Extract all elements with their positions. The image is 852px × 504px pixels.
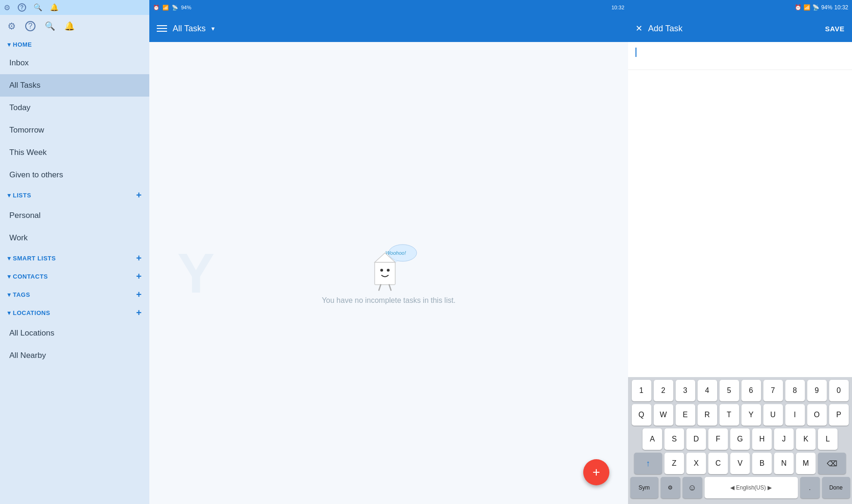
key-b[interactable]: B — [752, 453, 772, 474]
key-3[interactable]: 3 — [676, 380, 695, 401]
add-location-button[interactable]: + — [136, 308, 142, 318]
key-n[interactable]: N — [774, 453, 794, 474]
key-i[interactable]: I — [785, 404, 805, 426]
locations-section-label[interactable]: ▾ LOCATIONS — [7, 309, 50, 316]
gear-icon-sidebar[interactable]: ⚙ — [7, 21, 16, 32]
backspace-key[interactable]: ⌫ — [818, 453, 846, 474]
hamburger-menu-button[interactable] — [157, 25, 167, 32]
given-to-others-label: Given to others — [9, 170, 63, 179]
key-p[interactable]: P — [829, 404, 849, 426]
middle-content-wrapper: Y Woohoo! — [149, 42, 628, 504]
sidebar-item-today[interactable]: Today — [0, 97, 149, 119]
key-s[interactable]: S — [664, 428, 684, 450]
key-u[interactable]: U — [763, 404, 783, 426]
smart-lists-label[interactable]: ▾ SMART LISTS — [7, 255, 56, 262]
sidebar-status-bar: ⚙ ? 🔍 🔔 — [0, 0, 149, 15]
key-9[interactable]: 9 — [807, 380, 827, 401]
chevron-down-icon-tags: ▾ — [7, 291, 11, 298]
key-5[interactable]: 5 — [719, 380, 739, 401]
gear-icon[interactable]: ⚙ — [4, 3, 10, 12]
key-4[interactable]: 4 — [698, 380, 717, 401]
emoji-key[interactable]: ☺ — [683, 477, 702, 498]
sidebar-item-work[interactable]: Work — [0, 227, 149, 249]
key-g[interactable]: G — [730, 428, 750, 450]
empty-state: Woohoo! You have no in — [149, 42, 628, 504]
chevron-down-header[interactable]: ▾ — [211, 25, 215, 32]
search-icon[interactable]: 🔍 — [34, 3, 42, 12]
help-icon-sidebar[interactable]: ? — [25, 21, 35, 31]
key-1[interactable]: 1 — [632, 380, 651, 401]
sidebar-item-inbox[interactable]: Inbox — [0, 52, 149, 74]
search-icon-sidebar[interactable]: 🔍 — [45, 21, 55, 31]
key-k[interactable]: K — [796, 428, 816, 450]
task-input-area[interactable] — [628, 42, 852, 70]
key-y[interactable]: Y — [741, 404, 761, 426]
mid-status-icons-left: ⏰ 📶 📡 94% — [153, 5, 191, 11]
key-m[interactable]: M — [796, 453, 816, 474]
key-c[interactable]: C — [708, 453, 728, 474]
lists-section-label[interactable]: ▾ LISTS — [7, 192, 31, 199]
key-z[interactable]: Z — [664, 453, 684, 474]
middle-panel: All Tasks ▾ Y Woohoo! — [149, 15, 628, 504]
shift-key[interactable]: ↑ — [634, 453, 662, 474]
key-r[interactable]: R — [698, 404, 717, 426]
key-w[interactable]: W — [654, 404, 673, 426]
add-task-fab-button[interactable]: + — [583, 459, 609, 485]
sidebar-item-this-week[interactable]: This Week — [0, 141, 149, 164]
period-key[interactable]: . — [800, 477, 820, 498]
help-icon[interactable]: ? — [18, 3, 26, 12]
key-x[interactable]: X — [686, 453, 706, 474]
key-v[interactable]: V — [730, 453, 750, 474]
settings-key[interactable]: ⚙ — [661, 477, 680, 498]
tags-text: TAGS — [13, 291, 30, 298]
middle-header: All Tasks ▾ — [149, 15, 628, 42]
key-a[interactable]: A — [642, 428, 662, 450]
add-contact-button[interactable]: + — [136, 271, 142, 282]
sym-key[interactable]: Sym — [630, 477, 658, 498]
key-j[interactable]: J — [774, 428, 794, 450]
svg-text:Woohoo!: Woohoo! — [385, 250, 406, 256]
key-l[interactable]: L — [818, 428, 838, 450]
key-6[interactable]: 6 — [741, 380, 761, 401]
sidebar-item-all-nearby[interactable]: All Nearby — [0, 344, 149, 367]
sidebar-item-personal[interactable]: Personal — [0, 204, 149, 227]
time-display: 10:32 — [611, 5, 624, 10]
save-button[interactable]: SAVE — [825, 25, 845, 33]
status-icon-alarm: ⏰ — [153, 5, 160, 11]
chevron-down-icon-lists: ▾ — [7, 192, 11, 199]
bell-icon-sidebar[interactable]: 🔔 — [64, 21, 75, 31]
middle-header-title: All Tasks — [173, 24, 206, 34]
key-8[interactable]: 8 — [785, 380, 805, 401]
add-tag-button[interactable]: + — [136, 289, 142, 300]
key-o[interactable]: O — [807, 404, 827, 426]
chevron-down-icon-locations: ▾ — [7, 309, 11, 316]
key-d[interactable]: D — [686, 428, 706, 450]
status-icon-wifi: 📶 — [162, 5, 169, 11]
status-icon-signal: 📡 — [172, 5, 178, 11]
key-e[interactable]: E — [676, 404, 695, 426]
sidebar-item-given-to-others[interactable]: Given to others — [0, 164, 149, 186]
contacts-section-label[interactable]: ▾ CONTACTS — [7, 273, 48, 280]
sidebar-item-tomorrow[interactable]: Tomorrow — [0, 119, 149, 141]
svg-point-6 — [387, 269, 390, 272]
sidebar-item-all-locations[interactable]: All Locations — [0, 322, 149, 344]
key-2[interactable]: 2 — [654, 380, 673, 401]
home-section-label[interactable]: ▾ HOME — [7, 41, 32, 48]
close-icon[interactable]: ✕ — [636, 23, 642, 34]
key-7[interactable]: 7 — [763, 380, 783, 401]
key-q[interactable]: Q — [632, 404, 651, 426]
watermark-letter: Y — [177, 241, 215, 305]
all-tasks-label: All Tasks — [9, 81, 41, 90]
done-key[interactable]: Done — [822, 477, 850, 498]
lang-key[interactable]: ◀ English(US) ▶ — [705, 477, 798, 498]
key-t[interactable]: T — [719, 404, 739, 426]
sidebar-item-all-tasks[interactable]: All Tasks — [0, 74, 149, 97]
key-0[interactable]: 0 — [829, 380, 849, 401]
bell-icon[interactable]: 🔔 — [50, 3, 59, 12]
add-smart-list-button[interactable]: + — [136, 253, 142, 264]
inbox-label: Inbox — [9, 58, 29, 67]
key-f[interactable]: F — [708, 428, 728, 450]
add-list-button[interactable]: + — [136, 190, 142, 201]
key-h[interactable]: H — [752, 428, 772, 450]
tags-section-label[interactable]: ▾ TAGS — [7, 291, 30, 298]
